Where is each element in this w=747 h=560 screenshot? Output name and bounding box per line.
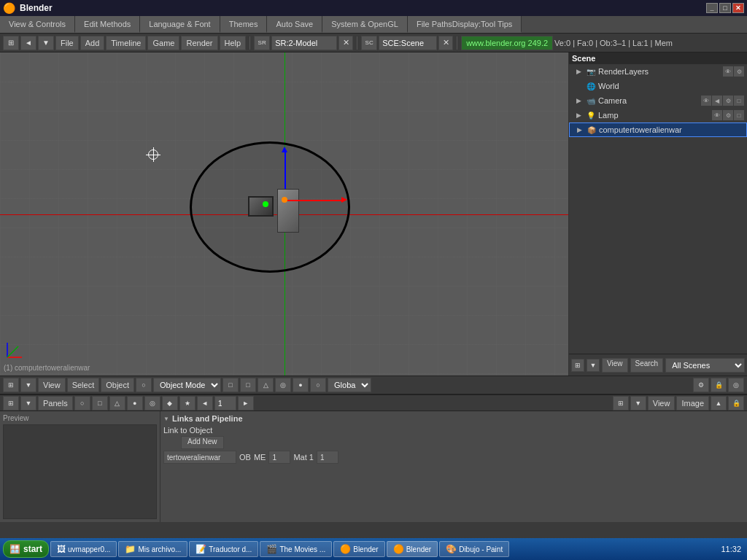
camera-tri-icon[interactable]: ◀ [712,96,722,106]
prop-arrow-right[interactable]: ► [238,396,254,411]
vp-icon5[interactable]: ● [293,378,309,392]
help-menu[interactable]: Help [220,36,247,50]
outliner-panel-icon[interactable]: ⊞ [571,359,584,372]
tab-language-font[interactable]: Language & Font [140,16,220,33]
game-menu[interactable]: Game [147,36,179,50]
prop-icon5[interactable]: ◎ [144,396,160,411]
prop-arrow-icon[interactable]: ▼ [20,396,36,411]
arrow-left-icon[interactable]: ◄ [20,36,36,50]
tab-system-opengl[interactable]: System & OpenGL [322,16,408,33]
right-prop-arrow[interactable]: ▼ [630,396,646,411]
settings-icon-rl[interactable]: ⚙ [734,66,744,77]
outliner-item-camera[interactable]: ▶ 📹 Camera 👁 ◀ ⚙ □ [569,93,747,108]
image-btn-right[interactable]: Image [676,396,709,411]
scene-icon[interactable]: SR [254,36,270,50]
minimize-button[interactable]: _ [706,3,718,13]
vp-icon8[interactable]: 🔒 [711,378,727,392]
outliner-item-world[interactable]: 🌐 World [569,79,747,93]
taskbar-traductor[interactable]: 📝 Traductor d... [189,541,258,557]
sce-close-button[interactable]: ✕ [438,36,453,50]
taskbar: 🪟 start 🖼 uvmapper0... 📁 Mis archivo... … [0,538,747,560]
taskbar-dibujo[interactable]: 🎨 Dibujo - Paint [439,541,509,557]
tab-file-paths[interactable]: File PathsDisplay:Tool Tips [408,16,522,33]
tab-themes[interactable]: Themes [220,16,268,33]
outliner-item-computertower[interactable]: ▶ 📦 computertoweralienwar [569,122,747,137]
outliner-item-lamp[interactable]: ▶ 💡 Lamp 👁 ⚙ □ [569,108,747,122]
lamp-vis-icon[interactable]: 👁 [712,110,722,120]
view-btn-right[interactable]: View [648,396,676,411]
prop-icon6[interactable]: ◆ [162,396,178,411]
camera-vis-icon[interactable]: 👁 [701,96,711,106]
right-prop-icon1[interactable]: ⊞ [613,396,629,411]
right-prop-icon3[interactable]: 🔒 [728,396,744,411]
prop-icon1[interactable]: ○ [74,396,90,411]
blender1-label: Blender [353,545,378,553]
viewport-3d[interactable]: (1) computertoweralienwar [0,52,568,376]
frame-input[interactable] [214,396,236,411]
object-menu-btn[interactable]: Object [101,378,134,392]
tab-auto-save[interactable]: Auto Save [267,16,322,33]
view-menu-btn[interactable]: View [38,378,66,392]
visibility-icon[interactable]: 👁 [723,66,733,77]
taskbar-mis-archivos[interactable]: 📁 Mis archivo... [118,541,187,557]
add-new-button[interactable]: Add New [181,436,224,449]
tab-edit-methods[interactable]: Edit Methods [75,16,140,33]
arrow-down-icon[interactable]: ▼ [38,36,54,50]
sce-icon[interactable]: SC [361,36,377,50]
vp-icon7[interactable]: ⚙ [693,378,709,392]
right-prop-icon2[interactable]: ▲ [711,396,727,411]
tab-view-controls[interactable]: View & Controls [0,16,75,33]
taskbar-the-movies[interactable]: 🎬 The Movies ... [260,541,332,557]
lamp-set-icon[interactable]: ⚙ [723,110,733,120]
all-scenes-dropdown[interactable]: All Scenes [665,358,745,373]
object-mode-icon[interactable]: ○ [136,378,152,392]
panel-icon-button[interactable]: ⊞ [3,36,19,50]
add-menu[interactable]: Add [80,36,105,50]
prop-arrow-left[interactable]: ◄ [197,396,213,411]
mat-num-field[interactable] [268,451,290,464]
taskbar-blender1[interactable]: 🟠 Blender [333,541,384,557]
timeline-menu[interactable]: Timeline [106,36,146,50]
prop-icon7[interactable]: ★ [179,396,196,411]
sce-field[interactable] [379,36,437,50]
prop-icon3[interactable]: △ [109,396,125,411]
mat-slot-field[interactable] [317,451,338,464]
traductor-icon: 📝 [196,544,206,554]
lamp-extra-icon[interactable]: □ [734,110,744,120]
sr-field[interactable] [271,36,337,50]
origin-dot [282,197,287,203]
vp-icon3[interactable]: △ [258,378,274,392]
vp-icon1[interactable]: □ [222,378,239,392]
panels-btn[interactable]: Panels [38,396,73,411]
vp-icon6[interactable]: ○ [310,378,326,392]
transform-dropdown[interactable]: Global [328,378,371,392]
vp-panel-icon[interactable]: ⊞ [3,378,19,392]
start-button[interactable]: 🪟 start [3,540,49,558]
view-button[interactable]: View [602,358,628,373]
vp-icon4[interactable]: ◎ [275,378,291,392]
taskbar-uvmapper[interactable]: 🖼 uvmapper0... [50,541,117,557]
taskbar-blender2[interactable]: 🟠 Blender [387,541,438,557]
camera-set-icon[interactable]: ⚙ [723,96,733,106]
camera-extra-icon[interactable]: □ [734,96,744,106]
outliner-arrow-icon[interactable]: ▼ [587,359,600,372]
object-mode-dropdown[interactable]: Object Mode [153,378,221,392]
close-button[interactable]: ✕ [732,3,744,13]
vp-arrow-icon[interactable]: ▼ [20,378,36,392]
vp-icon2[interactable]: □ [240,378,256,392]
camera-icon: 📹 [586,96,596,106]
search-button[interactable]: Search [630,358,664,373]
vp-icon9[interactable]: ◎ [728,378,744,392]
prop-icon2[interactable]: □ [92,396,108,411]
ob-field[interactable] [163,451,236,464]
info-bar: Ve:0 | Fa:0 | Ob:3–1 | La:1 | Mem [554,39,673,47]
select-menu-btn[interactable]: Select [67,378,100,392]
sr-close-button[interactable]: ✕ [338,36,353,50]
maximize-button[interactable]: □ [719,3,731,13]
render-menu[interactable]: Render [181,36,217,50]
prop-panel-icon[interactable]: ⊞ [3,396,19,411]
outliner-header: Scene [569,52,747,64]
file-menu[interactable]: File [55,36,79,50]
prop-icon4[interactable]: ● [127,396,143,411]
outliner-item-renderlayers[interactable]: ▶ 📷 RenderLayers 👁 ⚙ [569,64,747,79]
